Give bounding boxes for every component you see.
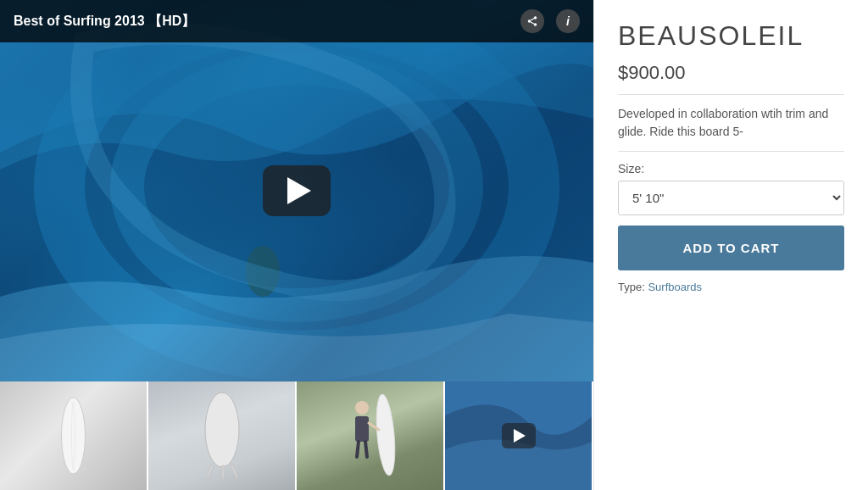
- svg-point-5: [528, 19, 531, 23]
- add-to-cart-button[interactable]: ADD TO CART: [618, 226, 844, 270]
- thumbnails-row: [0, 381, 593, 490]
- svg-line-8: [531, 19, 534, 20]
- size-select[interactable]: 5' 6" 5' 8" 5' 10" 6' 0" 6' 2": [618, 181, 844, 215]
- video-overlay-bar: Best of Surfing 2013 【HD】 i: [0, 0, 593, 42]
- svg-line-16: [357, 442, 359, 457]
- price-divider: [618, 94, 844, 95]
- product-description: Developed in collaboration wtih trim and…: [618, 105, 844, 141]
- type-row: Type: Surfboards: [618, 281, 844, 293]
- video-container[interactable]: Best of Surfing 2013 【HD】 i: [0, 0, 593, 381]
- video-icons: i: [520, 9, 580, 33]
- svg-line-7: [531, 22, 534, 24]
- size-section: Size: 5' 6" 5' 8" 5' 10" 6' 0" 6' 2": [618, 162, 844, 215]
- thumbnail-3[interactable]: [297, 381, 445, 490]
- surfboard-fins-shape: [197, 389, 248, 482]
- video-title: Best of Surfing 2013 【HD】: [14, 13, 195, 31]
- info-icon-button[interactable]: i: [556, 9, 580, 33]
- size-label: Size:: [618, 162, 844, 175]
- person-board-shape: [337, 389, 404, 482]
- surfboard-shape-1: [58, 393, 88, 478]
- right-panel: BEAUSOLEIL $900.00 Developed in collabor…: [593, 0, 868, 490]
- svg-point-12: [373, 393, 397, 476]
- share-icon-button[interactable]: [520, 9, 544, 33]
- info-icon: i: [566, 14, 570, 28]
- svg-line-17: [365, 442, 367, 457]
- thumb-play-icon: [514, 429, 526, 443]
- svg-point-9: [62, 398, 86, 474]
- share-icon: [526, 15, 538, 27]
- thumb-bg-4: [445, 381, 592, 490]
- svg-point-4: [534, 16, 537, 19]
- desc-divider: [618, 151, 844, 152]
- product-name: BEAUSOLEIL: [618, 20, 844, 52]
- svg-point-13: [355, 401, 369, 415]
- thumb-play-button[interactable]: [502, 423, 536, 448]
- svg-point-6: [534, 23, 537, 26]
- thumb-bg-2: [148, 381, 295, 490]
- thumbnail-2[interactable]: [148, 381, 297, 490]
- play-button[interactable]: [263, 165, 331, 216]
- thumbnail-1[interactable]: [0, 381, 148, 490]
- product-price: $900.00: [618, 62, 844, 84]
- svg-point-11: [205, 393, 239, 467]
- left-panel: Best of Surfing 2013 【HD】 i: [0, 0, 593, 490]
- svg-rect-14: [355, 416, 369, 442]
- play-triangle-icon: [287, 177, 311, 204]
- thumb-bg-1: [0, 381, 147, 490]
- thumb-bg-3: [297, 381, 443, 490]
- thumbnail-4[interactable]: [445, 381, 593, 490]
- type-link[interactable]: Surfboards: [648, 281, 702, 293]
- type-label: Type:: [618, 281, 645, 293]
